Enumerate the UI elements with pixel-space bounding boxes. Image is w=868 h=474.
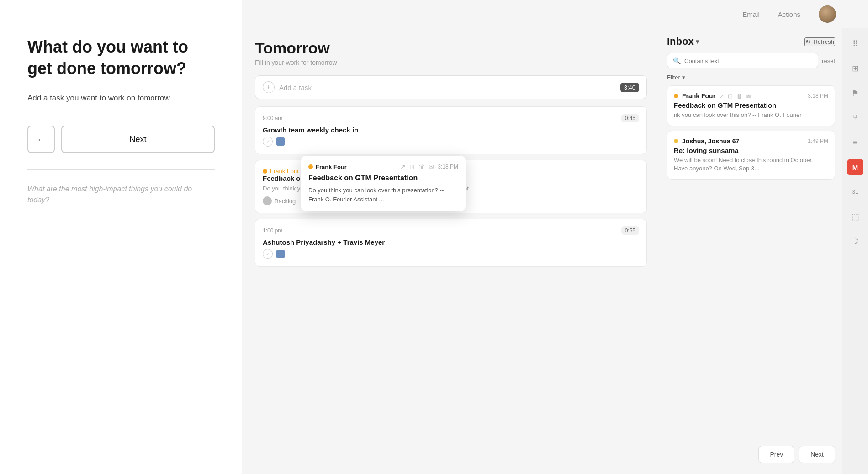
email-2-sender: Joshua, Joshua 67	[682, 137, 739, 145]
email-1-mail-icon[interactable]: ✉	[746, 93, 751, 100]
tooltip-delete-icon[interactable]: 🗑	[418, 163, 425, 170]
email-1-sender-dot-icon	[674, 94, 678, 98]
search-input[interactable]	[684, 58, 812, 64]
fill-text: Fill in your work for tomorrow	[255, 59, 647, 66]
next-inbox-button[interactable]: Next	[799, 446, 835, 463]
tooltip-sender-name: Frank Four	[316, 163, 347, 170]
next-button[interactable]: Next	[61, 126, 215, 153]
filter-chevron-icon: ▾	[682, 74, 685, 81]
sidebar-moon-icon[interactable]: ☽	[847, 233, 863, 249]
inbox-list: Frank Four ↗ ⊡ 🗑 ✉ 3:18 PM Feedback on G…	[667, 85, 835, 440]
sidebar-calendar-icon[interactable]: 31	[847, 184, 863, 200]
avatar-image	[819, 5, 836, 23]
backlog-label: Backlog	[275, 198, 296, 205]
main-title: What do you want to get done tomorrow?	[27, 37, 215, 79]
task-1-duration: 0:45	[621, 114, 639, 122]
sidebar-github-icon[interactable]: ⑂	[847, 110, 863, 126]
tooltip-external-icon[interactable]: ↗	[400, 163, 406, 170]
email-1-external-icon[interactable]: ↗	[719, 93, 724, 100]
email-1-header: Frank Four ↗ ⊡ 🗑 ✉ 3:18 PM	[674, 92, 828, 100]
add-task-placeholder: Add a task	[279, 84, 312, 91]
tooltip-body: Do you think you can look over this pres…	[308, 186, 458, 204]
sidebar-flag-icon[interactable]: ⚑	[847, 85, 863, 101]
task-1-chip	[276, 137, 285, 146]
tooltip-mail-icon[interactable]: ✉	[429, 163, 434, 170]
sender-dot-icon	[263, 169, 267, 174]
content-columns: Tomorrow Fill in your work for tomorrow …	[242, 28, 868, 474]
refresh-button[interactable]: ↻ Refresh	[804, 37, 835, 46]
reset-button[interactable]: reset	[822, 58, 835, 64]
sidebar-columns-icon[interactable]: ⊞	[847, 60, 863, 77]
prev-button[interactable]: Prev	[758, 446, 794, 463]
email-1-copy-icon[interactable]: ⊡	[728, 93, 733, 100]
email-2-sender-row: Joshua, Joshua 67	[674, 137, 739, 145]
inbox-title: Inbox ▾	[667, 36, 699, 47]
inbox-pagination: Prev Next	[667, 440, 835, 463]
tooltip-header: Frank Four ↗ ⊡ 🗑 ✉ 3:18 PM	[308, 163, 458, 170]
email-1-sender: Frank Four	[682, 92, 715, 100]
inbox-chevron-icon[interactable]: ▾	[696, 38, 699, 45]
check-3-icon: ✓	[266, 251, 270, 257]
tooltip-copy-icon[interactable]: ⊡	[409, 163, 415, 170]
check-icon: ✓	[266, 139, 270, 145]
filter-label: Filter	[667, 74, 680, 81]
refresh-icon: ↻	[805, 38, 810, 45]
email-1-preview: nk you can look over this on? -- Frank O…	[674, 111, 828, 119]
search-bar[interactable]: 🔍	[667, 53, 818, 68]
email-1-sender-row: Frank Four ↗ ⊡ 🗑 ✉	[674, 92, 751, 100]
tooltip-sender: Frank Four	[308, 163, 347, 170]
actions-nav-link[interactable]: Actions	[778, 11, 800, 18]
task-card-3: 1:00 pm 0:55 Ashutosh Priyadarshy + Trav…	[255, 219, 647, 267]
sidebar-gmail-icon[interactable]: M	[847, 159, 863, 175]
refresh-label: Refresh	[813, 38, 834, 45]
email-1-subject: Feedback on GTM Presentation	[674, 101, 828, 109]
task-3-check[interactable]: ✓	[263, 249, 273, 259]
tooltip-card: Frank Four ↗ ⊡ 🗑 ✉ 3:18 PM Feedback on G…	[301, 156, 466, 211]
task-card-2: Frank Four Feedback on GTM Presentation …	[255, 160, 647, 213]
task-3-chip	[276, 250, 285, 258]
task-2-sender-name: Frank Four	[270, 168, 299, 174]
timer-badge: 3:40	[620, 83, 639, 92]
main-area: Email Actions Tomorrow Fill in your work…	[242, 0, 868, 474]
btn-row: ← Next	[27, 126, 215, 153]
back-button[interactable]: ←	[27, 126, 55, 153]
task-1-time: 9:00 am	[263, 115, 282, 121]
task-3-footer: ✓	[263, 249, 639, 259]
email-2-header: Joshua, Joshua 67 1:49 PM	[674, 137, 828, 145]
email-2-subject: Re: loving sunsama	[674, 147, 828, 154]
inbox-header: Inbox ▾ ↻ Refresh	[667, 28, 835, 53]
avatar[interactable]	[819, 5, 836, 23]
search-icon: 🔍	[673, 57, 681, 64]
email-item-1[interactable]: Frank Four ↗ ⊡ 🗑 ✉ 3:18 PM Feedback on G…	[667, 85, 835, 126]
email-item-2[interactable]: Joshua, Joshua 67 1:49 PM Re: loving sun…	[667, 131, 835, 179]
inbox-column: Inbox ▾ ↻ Refresh 🔍 reset Filter ▾	[660, 28, 842, 474]
sidebar-archive-icon[interactable]: ⬚	[847, 208, 863, 225]
email-nav-link[interactable]: Email	[742, 11, 760, 18]
tooltip-time: 3:18 PM	[438, 163, 458, 170]
email-1-time: 3:18 PM	[808, 93, 828, 99]
task-1-check[interactable]: ✓	[263, 137, 273, 147]
add-task-bar[interactable]: + Add a task 3:40	[255, 75, 647, 99]
task-3-time: 1:00 pm	[263, 227, 282, 234]
tomorrow-title: Tomorrow	[255, 39, 647, 57]
task-1-title: Growth team weekly check in	[263, 126, 639, 134]
tooltip-sender-dot-icon	[308, 164, 313, 169]
sidebar-layers-icon[interactable]: ≡	[847, 134, 863, 151]
top-nav: Email Actions	[242, 0, 868, 28]
add-task-left: + Add a task	[263, 81, 312, 93]
filter-button[interactable]: Filter ▾	[667, 74, 685, 81]
task-3-duration: 0:55	[621, 226, 639, 235]
task-card-3-header: 1:00 pm 0:55	[263, 226, 639, 235]
inbox-title-text: Inbox	[667, 36, 694, 47]
tomorrow-column: Tomorrow Fill in your work for tomorrow …	[242, 28, 660, 474]
sidebar-dots-icon[interactable]: ⠿	[847, 36, 863, 52]
email-2-sender-dot-icon	[674, 139, 678, 143]
tooltip-icons: ↗ ⊡ 🗑 ✉ 3:18 PM	[400, 163, 458, 170]
email-2-time: 1:49 PM	[808, 138, 828, 144]
plus-icon: +	[263, 81, 275, 93]
task-3-title: Ashutosh Priyadarshy + Travis Meyer	[263, 238, 639, 246]
task-card-1-header: 9:00 am 0:45	[263, 114, 639, 122]
task-card-1: 9:00 am 0:45 Growth team weekly check in…	[255, 106, 647, 154]
email-1-delete-icon[interactable]: 🗑	[736, 93, 742, 100]
backlog-avatar	[263, 196, 272, 205]
